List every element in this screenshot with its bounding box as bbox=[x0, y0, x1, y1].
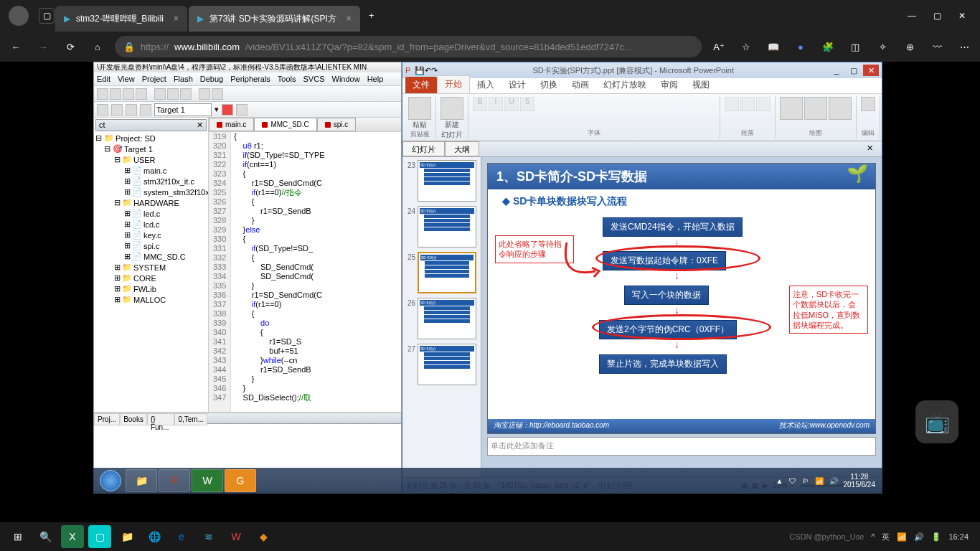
new-icon[interactable] bbox=[97, 88, 108, 100]
taskbar-app-vscode[interactable]: ≋ bbox=[197, 525, 220, 548]
taskbar-app-edge[interactable]: e bbox=[170, 525, 193, 548]
reader-mode[interactable]: A⁺ bbox=[709, 37, 729, 57]
split-icon[interactable]: ◫ bbox=[845, 37, 865, 57]
saveall-icon[interactable] bbox=[136, 88, 147, 100]
menu-item[interactable]: Peripherals bbox=[230, 75, 270, 83]
menu-item[interactable]: Edit bbox=[97, 75, 110, 83]
menu-item[interactable]: Project bbox=[142, 75, 166, 83]
win11-taskbar[interactable]: ⊞ 🔍 X ▢ 📁 🌐 e ≋ W ◆ CSDN @python_Use ^ 英… bbox=[0, 522, 980, 551]
clock[interactable]: 16:24 bbox=[948, 532, 969, 541]
tree-file[interactable]: ⊞ 📄 MMC_SD.C bbox=[95, 251, 207, 262]
undo-icon[interactable]: ↶ bbox=[425, 66, 431, 75]
tree-folder[interactable]: ⊟ 📁 HARDWARE bbox=[95, 197, 207, 208]
rebuild-icon[interactable] bbox=[111, 104, 123, 116]
editor-tab[interactable]: main.c bbox=[209, 118, 254, 131]
ribbon[interactable]: 粘贴 剪贴板 新建 幻灯片 幻灯片 B I U S 字体 bbox=[402, 94, 882, 141]
notes-pane[interactable]: 单击此处添加备注 bbox=[487, 437, 876, 456]
win7-taskbar[interactable]: 📁 P W G ▲ 🛡 🏳 📶 🔊 11:28 2015/6/24 bbox=[93, 468, 882, 494]
ribbon-tab[interactable]: 幻灯片放映 bbox=[596, 77, 654, 93]
redo-icon[interactable]: ↷ bbox=[431, 66, 438, 75]
collections-icon[interactable]: ⊕ bbox=[900, 37, 920, 57]
find-icon[interactable] bbox=[861, 97, 875, 111]
keil-toolbar-1[interactable] bbox=[94, 86, 401, 102]
system-tray[interactable]: CSDN @python_Use ^ 英 📶 🔊 🔋 16:24 bbox=[789, 532, 976, 542]
bullets-icon[interactable] bbox=[725, 97, 739, 111]
home-button[interactable]: ⌂ bbox=[88, 37, 108, 57]
ribbon-tab[interactable]: 插入 bbox=[470, 77, 501, 93]
ribbon-tab[interactable]: 审阅 bbox=[654, 77, 685, 93]
menu-item[interactable]: Tools bbox=[278, 75, 296, 83]
save-icon[interactable]: 💾 bbox=[415, 66, 425, 75]
maximize-icon[interactable]: ▢ bbox=[933, 11, 941, 21]
keil-toolbar-2[interactable]: ▾ bbox=[94, 102, 401, 118]
extension-icon[interactable]: ● bbox=[791, 37, 811, 57]
stop-icon[interactable] bbox=[140, 104, 151, 116]
volume-icon[interactable]: 🔊 bbox=[914, 532, 924, 542]
debug-icon[interactable] bbox=[222, 104, 233, 116]
bold-icon[interactable]: B bbox=[473, 97, 487, 111]
newslide-icon[interactable] bbox=[440, 97, 463, 120]
tree-file[interactable]: ⊞ 📄 system_stm32f10x.c bbox=[95, 187, 207, 197]
taskbar-app-wps[interactable]: W bbox=[225, 525, 248, 548]
slide-thumbnail[interactable]: 27SD卡简介 bbox=[405, 344, 478, 385]
browser-tab-0[interactable]: ▶ stm32-哔哩哔哩_Bilibili × bbox=[55, 6, 187, 32]
menu-item[interactable]: Debug bbox=[200, 75, 223, 83]
maximize-icon[interactable]: ▢ bbox=[846, 65, 862, 76]
italic-icon[interactable]: I bbox=[489, 97, 503, 111]
favorites-bar-icon[interactable]: ✧ bbox=[872, 37, 892, 57]
tree-file[interactable]: ⊞ 📄 led.c bbox=[95, 208, 207, 219]
ribbon-tabs[interactable]: 文件 开始 插入 设计 切换 动画 幻灯片放映 审阅 视图 bbox=[402, 78, 882, 94]
bilibili-float-icon[interactable]: 📺 bbox=[915, 400, 958, 443]
battery-icon[interactable]: 🔋 bbox=[931, 532, 941, 542]
close-icon[interactable]: ✕ bbox=[858, 141, 882, 156]
tray-icon[interactable]: 🏳 bbox=[802, 477, 809, 485]
taskbar-app-chrome[interactable]: 🌐 bbox=[143, 525, 166, 548]
close-icon[interactable]: ✕ bbox=[958, 11, 966, 21]
slide-panel-tabs[interactable]: 幻灯片 大纲 ✕ bbox=[402, 141, 882, 157]
options-icon[interactable] bbox=[236, 104, 248, 116]
project-root[interactable]: ⊟ 📁 Project: SD bbox=[95, 133, 207, 143]
tray-chevron-icon[interactable]: ^ bbox=[871, 532, 875, 541]
paste-icon[interactable] bbox=[408, 97, 431, 120]
tree-file[interactable]: ⊞ 📄 spi.c bbox=[95, 240, 207, 251]
video-player[interactable]: \开发板光盘资料\mini\A盘\4，程序源码\2，标准例程-V3.5库函数版本… bbox=[93, 62, 882, 494]
taskbar-app[interactable]: ▢ bbox=[88, 525, 111, 548]
slide-thumbnail[interactable]: 23SD卡简介 bbox=[405, 160, 478, 202]
align-icon[interactable] bbox=[756, 97, 771, 111]
paste-icon[interactable] bbox=[180, 88, 192, 100]
slide-thumbnails[interactable]: 23SD卡简介24SD卡简介25SD卡简介26SD卡简介27SD卡简介 bbox=[402, 157, 481, 477]
tray-chevron-icon[interactable]: ▲ bbox=[776, 477, 783, 485]
wifi-icon[interactable]: 📶 bbox=[897, 532, 907, 542]
start-button[interactable] bbox=[96, 469, 125, 492]
target-node[interactable]: ⊟ 🎯 Target 1 bbox=[95, 143, 207, 154]
redo-icon[interactable] bbox=[212, 88, 223, 100]
performance-icon[interactable]: 〰 bbox=[927, 37, 947, 57]
ime-icon[interactable]: 英 bbox=[882, 532, 890, 542]
tray-volume-icon[interactable]: 🔊 bbox=[829, 477, 838, 485]
taskbar-app[interactable]: G bbox=[225, 469, 256, 492]
menu-item[interactable]: SVCS bbox=[303, 75, 325, 83]
collections-icon[interactable]: 📖 bbox=[763, 37, 783, 57]
taskbar-app[interactable]: ◆ bbox=[252, 525, 275, 548]
numbering-icon[interactable] bbox=[740, 97, 755, 111]
refresh-button[interactable]: ⟳ bbox=[60, 37, 80, 57]
extensions-icon[interactable]: 🧩 bbox=[818, 37, 838, 57]
ribbon-tab[interactable]: 设计 bbox=[501, 77, 533, 93]
menu-icon[interactable]: ⋯ bbox=[954, 37, 974, 57]
tree-file[interactable]: ⊞ 📄 main.c bbox=[95, 165, 207, 176]
taskbar-app-word[interactable]: W bbox=[192, 469, 223, 492]
tree-folder[interactable]: ⊟ 📁 USER bbox=[95, 154, 207, 165]
ribbon-tab-home[interactable]: 开始 bbox=[437, 75, 470, 93]
download-icon[interactable] bbox=[126, 104, 137, 116]
search-button[interactable]: 🔍 bbox=[34, 525, 57, 548]
project-tree[interactable]: ct✕ ⊟ 📁 Project: SD ⊟ 🎯 Target 1 ⊟ 📁 USE… bbox=[94, 118, 209, 412]
menu-item[interactable]: View bbox=[118, 75, 135, 83]
ppt-titlebar[interactable]: P 💾 ↶ ↷ SD卡实验(SPI方式).ppt [兼容模式] - Micros… bbox=[402, 62, 882, 78]
cut-icon[interactable] bbox=[154, 88, 166, 100]
dropdown-icon[interactable]: ▾ bbox=[215, 105, 219, 114]
menu-item[interactable]: Window bbox=[332, 75, 360, 83]
tree-folder[interactable]: ⊞ 📁 SYSTEM bbox=[95, 262, 207, 273]
ribbon-tab-file[interactable]: 文件 bbox=[405, 77, 437, 93]
ribbon-tab[interactable]: 视图 bbox=[685, 77, 717, 93]
menu-item[interactable]: Help bbox=[367, 75, 384, 83]
